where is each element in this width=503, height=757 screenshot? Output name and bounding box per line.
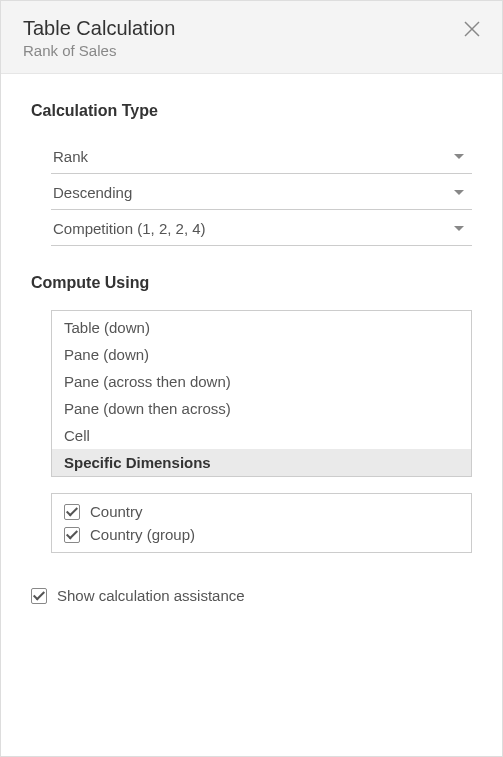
calculation-type-dropdowns: Rank Descending Competition (1, 2, 2, 4) [31,138,472,246]
dimension-label: Country [90,503,143,520]
compute-using-label: Compute Using [31,274,472,292]
checkbox-icon [64,504,80,520]
rank-method-dropdown[interactable]: Competition (1, 2, 2, 4) [51,210,472,246]
dimensions-listbox: Country Country (group) [51,493,472,553]
sort-order-dropdown[interactable]: Descending [51,174,472,210]
compute-using-listbox[interactable]: Table (down) Pane (down) Pane (across th… [51,310,472,477]
compute-option-table-down[interactable]: Table (down) [52,311,471,341]
checkbox-icon [31,588,47,604]
dialog-title: Table Calculation [23,17,480,40]
show-assistance-label: Show calculation assistance [57,587,245,604]
dimension-label: Country (group) [90,526,195,543]
table-calculation-dialog: Table Calculation Rank of Sales Calculat… [0,0,503,757]
close-button[interactable] [460,17,484,41]
compute-option-pane-down[interactable]: Pane (down) [52,341,471,368]
compute-option-cell[interactable]: Cell [52,422,471,449]
dimension-country-group[interactable]: Country (group) [52,523,471,546]
calculation-type-label: Calculation Type [31,102,472,120]
chevron-down-icon [454,154,464,159]
show-assistance-checkbox[interactable]: Show calculation assistance [31,587,472,604]
compute-option-specific-dimensions[interactable]: Specific Dimensions [52,449,471,476]
compute-option-pane-down-across[interactable]: Pane (down then across) [52,395,471,422]
dialog-header: Table Calculation Rank of Sales [1,1,502,74]
calc-type-dropdown[interactable]: Rank [51,138,472,174]
dialog-subtitle: Rank of Sales [23,42,480,59]
dialog-content: Calculation Type Rank Descending Competi… [1,74,502,756]
sort-order-value: Descending [53,184,132,201]
checkbox-icon [64,527,80,543]
calc-type-value: Rank [53,148,88,165]
rank-method-value: Competition (1, 2, 2, 4) [53,220,206,237]
chevron-down-icon [454,190,464,195]
dimension-country[interactable]: Country [52,500,471,523]
close-icon [463,20,481,38]
chevron-down-icon [454,226,464,231]
compute-option-pane-across-down[interactable]: Pane (across then down) [52,368,471,395]
